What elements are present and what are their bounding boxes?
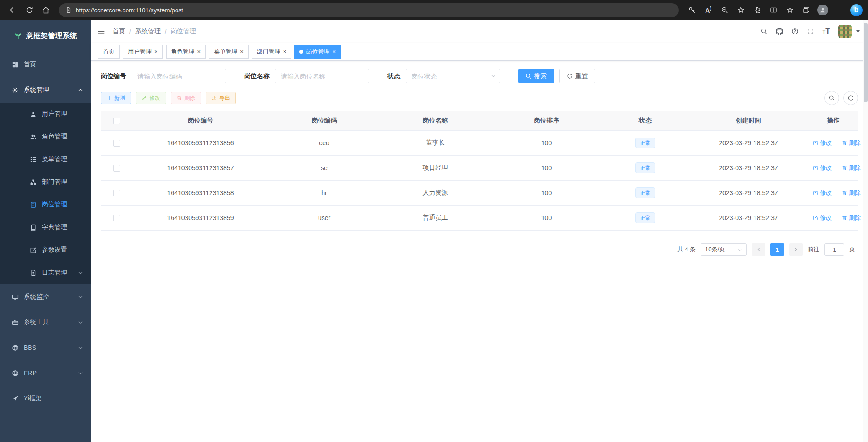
row-delete-button[interactable]: 删除 bbox=[842, 139, 861, 147]
refresh-table-button[interactable] bbox=[843, 91, 858, 105]
sidebar-item-yi-framework[interactable]: Yi框架 bbox=[0, 386, 91, 411]
edit-button[interactable]: 修改 bbox=[136, 92, 166, 104]
system-management-submenu: 用户管理 角色管理 菜单管理 部门管理 bbox=[0, 103, 91, 284]
close-icon[interactable]: × bbox=[240, 49, 244, 54]
status-select-input[interactable] bbox=[406, 69, 500, 83]
cell-post-id: 1641030593112313856 bbox=[132, 131, 269, 156]
row-edit-button[interactable]: 修改 bbox=[813, 139, 832, 147]
prev-page-button[interactable] bbox=[752, 243, 765, 256]
post-name-input[interactable] bbox=[275, 69, 369, 83]
bing-copilot-icon[interactable]: b bbox=[850, 4, 863, 16]
fullscreen-icon[interactable] bbox=[807, 28, 814, 35]
toolbox-icon bbox=[12, 319, 19, 326]
sidebar-item-menu-management[interactable]: 菜单管理 bbox=[0, 148, 91, 171]
page-scrollbar[interactable] bbox=[863, 20, 868, 442]
row-checkbox[interactable] bbox=[113, 140, 120, 147]
breadcrumb-system[interactable]: 系统管理 bbox=[135, 27, 161, 35]
tab-menu-management[interactable]: 菜单管理× bbox=[209, 45, 249, 59]
close-icon[interactable]: × bbox=[154, 49, 158, 54]
refresh-icon[interactable] bbox=[22, 2, 37, 18]
sidebar-item-role-management[interactable]: 角色管理 bbox=[0, 125, 91, 148]
help-icon[interactable] bbox=[791, 28, 799, 35]
header-search-icon[interactable] bbox=[760, 28, 768, 35]
reset-button[interactable]: 重置 bbox=[559, 69, 595, 83]
sidebar-item-home[interactable]: 首页 bbox=[0, 52, 91, 77]
cell-post-sort: 100 bbox=[491, 131, 602, 156]
page-size-select[interactable]: 10条/页 bbox=[701, 243, 747, 256]
sidebar-item-post-management[interactable]: 岗位管理 bbox=[0, 193, 91, 216]
edit-icon bbox=[813, 165, 818, 171]
row-checkbox[interactable] bbox=[113, 165, 120, 172]
page-number-button[interactable]: 1 bbox=[770, 243, 784, 256]
browser-more-icon[interactable] bbox=[831, 2, 847, 18]
collections-icon[interactable] bbox=[799, 2, 814, 18]
row-checkbox[interactable] bbox=[113, 215, 120, 221]
sidebar-item-system-management[interactable]: 系统管理 bbox=[0, 77, 91, 103]
edit-icon bbox=[813, 140, 818, 146]
sidebar-item-bbs[interactable]: BBS bbox=[0, 335, 91, 360]
row-edit-button[interactable]: 修改 bbox=[813, 214, 832, 222]
site-info-icon[interactable] bbox=[65, 7, 72, 13]
delete-button[interactable]: 删除 bbox=[171, 92, 201, 104]
back-icon[interactable] bbox=[5, 2, 21, 18]
status-select[interactable] bbox=[406, 69, 500, 83]
row-edit-button[interactable]: 修改 bbox=[813, 164, 832, 172]
sidebar-item-dict-management[interactable]: 字典管理 bbox=[0, 216, 91, 239]
close-icon[interactable]: × bbox=[332, 49, 336, 54]
password-key-icon[interactable] bbox=[684, 2, 700, 18]
edit-icon bbox=[813, 190, 818, 196]
close-icon[interactable]: × bbox=[283, 49, 287, 54]
row-delete-button[interactable]: 删除 bbox=[842, 164, 861, 172]
log-document-icon bbox=[30, 270, 37, 276]
extensions-icon[interactable] bbox=[750, 2, 765, 18]
sidebar-item-dept-management[interactable]: 部门管理 bbox=[0, 171, 91, 193]
cell-post-id: 1641030593112313858 bbox=[132, 181, 269, 206]
tab-home[interactable]: 首页 bbox=[98, 45, 120, 59]
browser-profile-avatar[interactable] bbox=[815, 2, 830, 18]
select-all-checkbox[interactable] bbox=[113, 118, 120, 124]
cell-post-code: ceo bbox=[269, 131, 380, 156]
header-post-code: 岗位编码 bbox=[269, 111, 380, 131]
sidebar-item-system-tools[interactable]: 系统工具 bbox=[0, 309, 91, 335]
caret-down-icon[interactable] bbox=[856, 30, 860, 33]
row-delete-button[interactable]: 删除 bbox=[842, 189, 861, 197]
zoom-out-icon[interactable] bbox=[717, 2, 732, 18]
breadcrumb-home[interactable]: 首页 bbox=[113, 27, 125, 35]
sidebar-item-log-management[interactable]: 日志管理 bbox=[0, 261, 91, 284]
toggle-search-button[interactable] bbox=[824, 91, 839, 105]
table-row: 1641030593112313858 hr 人力资源 100 正常 2023-… bbox=[101, 181, 858, 206]
goto-page-input[interactable] bbox=[824, 243, 844, 256]
tab-user-management[interactable]: 用户管理× bbox=[123, 45, 163, 59]
export-button[interactable]: 导出 bbox=[206, 92, 236, 104]
font-size-icon[interactable]: TT bbox=[822, 27, 830, 35]
sidebar-toggle-icon[interactable] bbox=[97, 27, 105, 35]
sidebar-item-user-management[interactable]: 用户管理 bbox=[0, 103, 91, 125]
favorites-bar-icon[interactable] bbox=[782, 2, 798, 18]
read-aloud-icon[interactable]: A) bbox=[701, 2, 716, 18]
tab-dept-management[interactable]: 部门管理× bbox=[252, 45, 292, 59]
tab-post-management[interactable]: 岗位管理× bbox=[294, 45, 341, 59]
row-delete-button[interactable]: 删除 bbox=[842, 214, 861, 222]
sidebar-item-erp[interactable]: ERP bbox=[0, 360, 91, 386]
search-button[interactable]: 搜索 bbox=[518, 69, 554, 83]
goto-unit-label: 页 bbox=[849, 246, 855, 254]
address-bar[interactable]: https://ccnetcore.com:1101/system/post bbox=[59, 3, 679, 17]
row-edit-button[interactable]: 修改 bbox=[813, 189, 832, 197]
cell-created-time: 2023-03-29 18:52:37 bbox=[688, 156, 809, 181]
split-screen-icon[interactable] bbox=[766, 2, 781, 18]
sidebar-item-system-monitor[interactable]: 系统监控 bbox=[0, 284, 91, 309]
close-icon[interactable]: × bbox=[197, 49, 201, 54]
home-icon[interactable] bbox=[38, 2, 54, 18]
row-checkbox[interactable] bbox=[113, 190, 120, 196]
github-icon[interactable] bbox=[776, 28, 783, 35]
tab-role-management[interactable]: 角色管理× bbox=[166, 45, 206, 59]
scrollbar-thumb[interactable] bbox=[864, 23, 868, 102]
add-button[interactable]: 新增 bbox=[101, 92, 131, 104]
user-avatar[interactable] bbox=[838, 25, 852, 38]
dictionary-book-icon bbox=[30, 224, 37, 231]
sidebar-item-param-settings[interactable]: 参数设置 bbox=[0, 239, 91, 261]
post-code-input[interactable] bbox=[132, 69, 226, 83]
add-favorite-icon[interactable] bbox=[733, 2, 749, 18]
next-page-button[interactable] bbox=[789, 243, 803, 256]
send-icon bbox=[12, 395, 19, 402]
